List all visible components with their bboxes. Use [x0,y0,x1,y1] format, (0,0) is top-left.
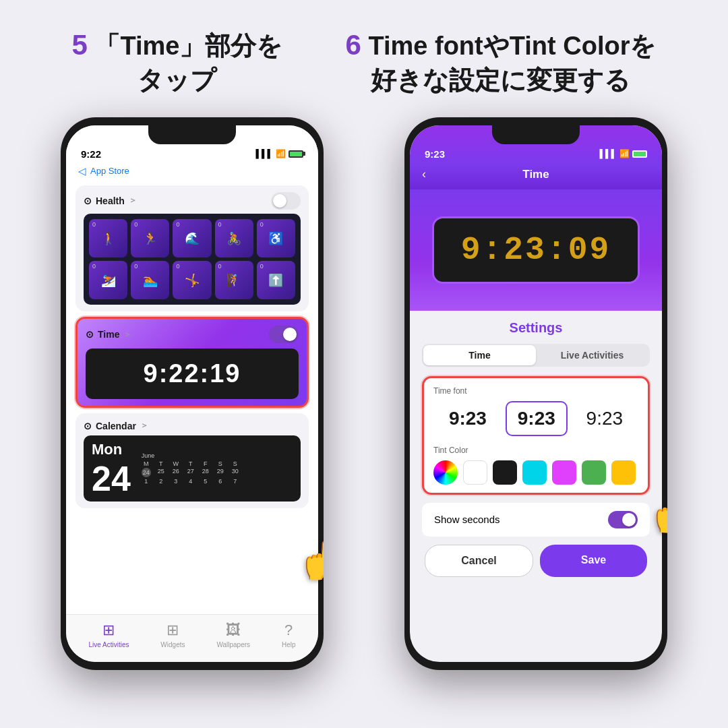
health-cell-10: 0⬆️ [257,261,295,299]
phone2-nav: ‹ Time [410,165,662,189]
calendar-icon: ⊙ [84,421,92,431]
font-label: Time font [433,386,638,396]
color-options [433,460,638,485]
nav-wallpapers[interactable]: 🖼 Wallpapers [216,621,250,648]
health-icon: ⊙ [84,195,92,206]
widgets-icon: ⊞ [166,621,179,639]
settings-panel: Settings Time Live Activities Time font … [410,311,662,586]
time-chevron: ＞ [123,329,131,340]
cancel-button[interactable]: Cancel [425,545,533,577]
color-green[interactable] [582,460,606,485]
preview-area: 9:23:09 [410,189,662,311]
signal-icon: ▌▌▌ [255,149,273,158]
nav-widgets[interactable]: ⊞ Widgets [160,621,185,648]
p2-wifi-icon: 📶 [619,149,630,158]
color-pink[interactable] [552,460,576,485]
calendar-widget: ⊙ Calendar ＞ Mon 24 June [75,413,309,508]
phone1: 9:22 ▌▌▌ 📶 ◁ App Store ⊙ Health ＞ [61,117,324,670]
phone2-status-icons: ▌▌▌ 📶 [599,149,647,158]
battery-icon [289,150,303,158]
calendar-chevron: ＞ [140,420,148,431]
font-opt-regular[interactable]: 9:23 [506,401,568,436]
health-toggle[interactable] [271,192,301,210]
health-widget: ⊙ Health ＞ 0🚶 0🏃 0🌊 0🚴 0♿ 0⛷️ 0🏊 0🤸 0🧗 [75,185,309,311]
step5-number: 5 [72,29,88,61]
phone1-bottom-nav: ⊞ Live Activities ⊞ Widgets 🖼 Wallpapers… [66,614,318,662]
options-box: Time font 9:23 9:23 9:23 Tint Color [422,376,650,495]
p2-back-btn[interactable]: ‹ [422,167,426,181]
health-title: ⊙ Health ＞ [84,195,137,206]
settings-title: Settings [422,320,650,336]
time-label: Time [98,329,119,340]
phone1-nav-bar: ◁ App Store [66,162,318,180]
nav-live-activities[interactable]: ⊞ Live Activities [88,621,129,648]
color-rainbow[interactable] [433,460,458,485]
p2-nav-title: Time [522,168,549,181]
calendar-title: ⊙ Calendar ＞ [84,420,148,431]
show-seconds-row: Show seconds [422,503,650,537]
font-opt-light[interactable]: 9:23 [574,401,636,436]
cal-grid: June M T W T F S S 24 [142,452,240,485]
phone1-status-icons: ▌▌▌ 📶 [255,149,303,158]
back-icon[interactable]: ◁ [78,165,86,177]
health-cell-9: 0🧗 [215,261,253,299]
font-opt-bold[interactable]: 9:23 [437,401,499,436]
cal-day-num: 24 [92,461,131,496]
nav-widgets-label: Widgets [160,641,185,648]
live-activities-icon: ⊞ [102,621,115,639]
help-icon: ? [284,621,293,639]
health-cell-5: 0♿ [257,219,295,257]
show-seconds-toggle[interactable] [608,511,638,528]
health-cell-6: 0⛷️ [89,261,127,299]
tab-live-activities[interactable]: Live Activities [536,345,648,365]
show-seconds-label: Show seconds [434,514,500,525]
phone1-notch [148,125,236,144]
nav-help-label: Help [282,641,296,648]
calendar-display: Mon 24 June M T W T F S [84,435,301,502]
wifi-icon: 📶 [276,149,286,158]
nav-live-label: Live Activities [88,641,129,648]
health-grid: 0🚶 0🏃 0🌊 0🚴 0♿ 0⛷️ 0🏊 0🤸 0🧗 0⬆️ [84,214,301,305]
color-yellow[interactable] [611,460,636,485]
health-cell-3: 0🌊 [173,219,211,257]
phone1-status-time: 9:22 [81,148,101,160]
action-buttons: Cancel Save [422,545,650,577]
time-icon: ⊙ [86,329,94,340]
time-widget-highlighted[interactable]: ⊙ Time ＞ 9:22:19 [75,317,309,408]
time-display-text: 9:22:19 [144,359,241,388]
health-cell-4: 0🚴 [215,219,253,257]
color-white[interactable] [463,460,487,485]
nav-help[interactable]: ? Help [282,621,296,648]
phone2-status-time: 9:23 [425,148,445,160]
phone1-screen: 9:22 ▌▌▌ 📶 ◁ App Store ⊙ Health ＞ [66,125,318,662]
step5-header: 5 「Time」部分をタップ [72,27,283,97]
health-chevron: ＞ [129,195,137,206]
time-title: ⊙ Time ＞ [86,329,131,340]
color-black[interactable] [493,460,517,485]
step6-header: 6 Time fontやTint Colorを好きな設定に変更する [346,27,657,97]
health-cell-2: 0🏃 [131,219,169,257]
save-button[interactable]: Save [540,545,647,577]
color-cyan[interactable] [522,460,547,485]
phones-area: 9:22 ▌▌▌ 📶 ◁ App Store ⊙ Health ＞ [0,117,728,670]
time-toggle[interactable] [269,326,299,343]
nav-wallpapers-label: Wallpapers [216,641,250,648]
tab-bar: Time Live Activities [422,344,650,367]
tab-time[interactable]: Time [423,345,536,365]
time-display-widget: 9:22:19 [86,348,299,399]
header-area: 5 「Time」部分をタップ 6 Time fontやTint Colorを好き… [0,0,728,111]
calendar-widget-header: ⊙ Calendar ＞ [84,420,301,431]
health-widget-header: ⊙ Health ＞ [84,192,301,210]
p2-signal-icon: ▌▌▌ [599,149,617,158]
time-widget-header: ⊙ Time ＞ [86,326,299,343]
health-label: Health [96,195,125,206]
phone1-nav-title: App Store [90,166,129,176]
phone2-notch [492,125,580,144]
calendar-label: Calendar [96,421,136,431]
color-label: Tint Color [433,446,638,455]
preview-clock-text: 9:23:09 [461,232,611,268]
font-options: 9:23 9:23 9:23 [433,401,638,436]
cal-day-name: Mon [92,441,131,458]
phone2-screen: 9:23 ▌▌▌ 📶 ‹ Time 9:23:09 Settin [410,125,662,662]
cal-month: June [142,452,155,459]
